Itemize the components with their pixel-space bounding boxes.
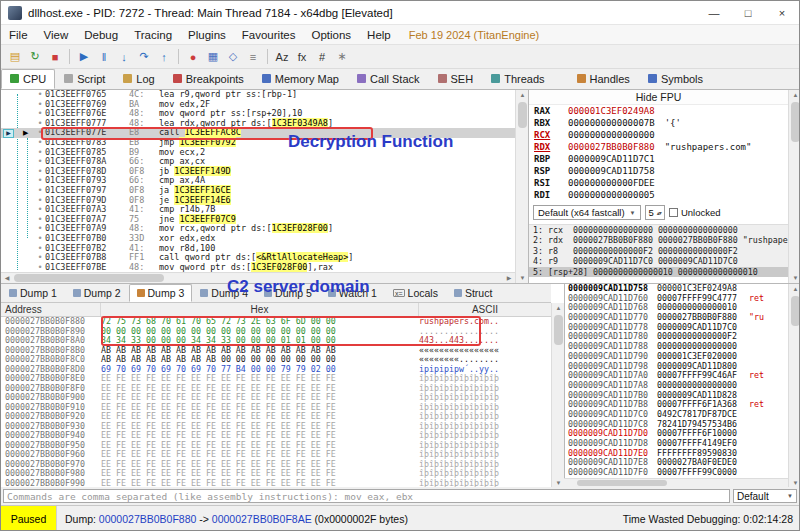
dump-vertical-scrollbar[interactable]: ▲ ▼ bbox=[551, 303, 564, 488]
scroll-down-icon[interactable]: ▼ bbox=[789, 273, 800, 283]
menu-bar: FileViewDebugTracingPluginsFavouritesOpt… bbox=[1, 25, 799, 45]
stack-panel[interactable]: 0000009CAD11D758000001C3EF0249A80000009C… bbox=[564, 284, 788, 488]
register-row[interactable]: RAX000001C3EF0249A8 bbox=[529, 105, 788, 117]
run-icon[interactable]: ▶ bbox=[74, 47, 94, 67]
breakpoint-icon[interactable]: ● bbox=[183, 47, 203, 67]
dump-to-address[interactable]: 0000027BB0B0F8AE bbox=[212, 513, 312, 525]
tab-log[interactable]: Log bbox=[114, 69, 163, 89]
stack-horizontal-scrollbar[interactable] bbox=[564, 478, 788, 487]
menu-options[interactable]: Options bbox=[303, 27, 359, 43]
command-input[interactable] bbox=[3, 489, 730, 503]
scroll-up-icon[interactable]: ▲ bbox=[789, 284, 800, 294]
stop-icon[interactable]: ■ bbox=[45, 47, 65, 67]
argument-row[interactable]: 3: r8 00000000000000F2 00000000000000F2 bbox=[529, 246, 788, 256]
registers-panel[interactable]: Hide FPU RAX000001C3EF0249A8RBX000000000… bbox=[528, 90, 788, 283]
hash-icon[interactable]: # bbox=[312, 47, 332, 67]
cpu-icon bbox=[10, 74, 19, 83]
step-into-icon[interactable]: ↓ bbox=[114, 47, 134, 67]
scroll-left-icon[interactable]: ◀ bbox=[1, 273, 13, 283]
argument-row[interactable]: 4: r9 0000009CAD11D7C0 0000009CAD11D7C0 bbox=[529, 256, 788, 266]
seh-icon bbox=[438, 74, 447, 83]
stack-address: 0000009CAD11D7F0 bbox=[565, 468, 657, 478]
graph-icon[interactable]: ◇ bbox=[223, 47, 243, 67]
dump-1-icon bbox=[9, 289, 17, 297]
minimize-button[interactable]: — bbox=[697, 1, 731, 24]
stack-comment bbox=[749, 381, 788, 391]
menu-tracing[interactable]: Tracing bbox=[126, 27, 180, 43]
bottom-tab-locals[interactable]: x=Locals bbox=[385, 284, 446, 302]
stack-vertical-scrollbar[interactable]: ▲ ▼ bbox=[788, 284, 800, 488]
tab-breakpoints[interactable]: Breakpoints bbox=[164, 69, 253, 89]
disasm-row[interactable]: •01C3EEFF07BE48:mov qword ptr ds:[1C3EF0… bbox=[1, 263, 515, 273]
scrollbar-thumb[interactable] bbox=[554, 315, 563, 345]
bottom-tab-dump-2[interactable]: Dump 2 bbox=[65, 284, 129, 302]
argument-row[interactable]: 5: [rsp+28] 0000000000000010 00000000000… bbox=[529, 267, 788, 277]
menu-favourites[interactable]: Favourites bbox=[234, 27, 304, 43]
memory-map-icon[interactable]: ▦ bbox=[203, 47, 223, 67]
open-file-icon[interactable]: ▤ bbox=[5, 47, 25, 67]
register-row[interactable]: RDX0000027BB0B0F880"rushpapers.com" bbox=[529, 141, 788, 153]
register-row[interactable]: RSP0000009CAD11D758 bbox=[529, 165, 788, 177]
menu-debug[interactable]: Debug bbox=[76, 27, 126, 43]
settings-icon[interactable]: ∗ bbox=[332, 47, 352, 67]
dump-from-address[interactable]: 0000027BB0B0F880 bbox=[99, 513, 197, 525]
argument-row[interactable]: 2: rdx 0000027BB0B0F880 0000027BB0B0F880… bbox=[529, 235, 788, 245]
menu-items: FileViewDebugTracingPluginsFavouritesOpt… bbox=[1, 27, 399, 43]
app-icon bbox=[8, 6, 22, 20]
menu-file[interactable]: File bbox=[1, 27, 36, 43]
tab-memory-map[interactable]: Memory Map bbox=[253, 69, 348, 89]
bottom-tab-dump-1[interactable]: Dump 1 bbox=[1, 284, 65, 302]
search-az-icon[interactable]: Az bbox=[272, 47, 292, 67]
argument-row[interactable]: 1: rcx 0000000000000000 0000000000000000 bbox=[529, 225, 788, 235]
log-icon[interactable]: ≡ bbox=[243, 47, 263, 67]
scroll-up-icon[interactable]: ▲ bbox=[789, 90, 800, 100]
fx-icon[interactable]: fx bbox=[292, 47, 312, 67]
tab-script[interactable]: Script bbox=[55, 69, 114, 89]
bottom-tab-struct[interactable]: Struct bbox=[446, 284, 500, 302]
dump-panel[interactable]: Address Hex ASCII 0000027BB0B0F88072 75 … bbox=[1, 303, 551, 488]
register-row[interactable]: RCX0000000000000000 bbox=[529, 129, 788, 141]
tab-handles[interactable]: Handles bbox=[568, 69, 639, 89]
scroll-right-icon[interactable]: ▶ bbox=[503, 273, 515, 283]
menu-view[interactable]: View bbox=[36, 27, 77, 43]
register-row[interactable]: RBP0000009CAD11D7C1 bbox=[529, 153, 788, 165]
register-row[interactable]: RDI0000000000000005 bbox=[529, 189, 788, 201]
tab-symbols[interactable]: Symbols bbox=[639, 69, 712, 89]
close-button[interactable]: × bbox=[765, 1, 799, 24]
stack-comment bbox=[749, 323, 788, 333]
hide-fpu-button[interactable]: Hide FPU bbox=[529, 90, 788, 105]
unlocked-checkbox[interactable]: Unlocked bbox=[669, 207, 721, 218]
scrollbar-thumb[interactable] bbox=[14, 274, 164, 282]
scrollbar-thumb[interactable] bbox=[577, 480, 667, 486]
stack-rows: 0000009CAD11D758000001C3EF0249A80000009C… bbox=[565, 284, 788, 478]
register-row[interactable]: RBX000000000000007B'{' bbox=[529, 117, 788, 129]
menu-help[interactable]: Help bbox=[359, 27, 399, 43]
pause-icon[interactable]: ‖ bbox=[94, 47, 114, 67]
tab-call-stack[interactable]: Call Stack bbox=[348, 69, 429, 89]
tab-label: Symbols bbox=[661, 73, 703, 85]
maximize-button[interactable]: □ bbox=[731, 1, 765, 24]
command-profile-select[interactable]: Default ▼ bbox=[733, 489, 797, 503]
calling-convention-select[interactable]: Default (x64 fastcall) ▼ bbox=[533, 205, 641, 220]
tab-label: SEH bbox=[451, 73, 474, 85]
scrollbar-thumb[interactable] bbox=[791, 102, 800, 142]
arg-count-spinner[interactable]: 5 ▴▾ bbox=[645, 205, 665, 220]
register-comment: "rushpapers.com" bbox=[665, 141, 752, 153]
disasm-vertical-scrollbar[interactable]: ▲ ▼ bbox=[515, 90, 528, 283]
scrollbar-thumb[interactable] bbox=[518, 102, 527, 128]
register-row[interactable]: RSI000000000000FDEE bbox=[529, 177, 788, 189]
step-out-icon[interactable]: ↑ bbox=[154, 47, 174, 67]
step-over-icon[interactable]: ↷ bbox=[134, 47, 154, 67]
registers-vertical-scrollbar[interactable]: ▲ ▼ bbox=[788, 90, 800, 283]
tab-cpu[interactable]: CPU bbox=[1, 69, 55, 89]
disassembly-panel[interactable]: •01C3EEFF07654C:lea r9,qword ptr ss:[rbp… bbox=[1, 90, 515, 283]
stack-comment bbox=[749, 458, 788, 468]
menu-plugins[interactable]: Plugins bbox=[180, 27, 234, 43]
tab-threads[interactable]: Threads bbox=[482, 69, 553, 89]
memory-map-icon bbox=[262, 74, 271, 83]
stack-row[interactable]: 0000009CAD11D7F000007FFFF99C0000 bbox=[565, 468, 788, 478]
restart-icon[interactable]: ↻ bbox=[25, 47, 45, 67]
tab-seh[interactable]: SEH bbox=[429, 69, 483, 89]
bottom-tab-dump-3[interactable]: Dump 3 bbox=[129, 284, 193, 302]
scrollbar-thumb[interactable] bbox=[791, 296, 800, 326]
